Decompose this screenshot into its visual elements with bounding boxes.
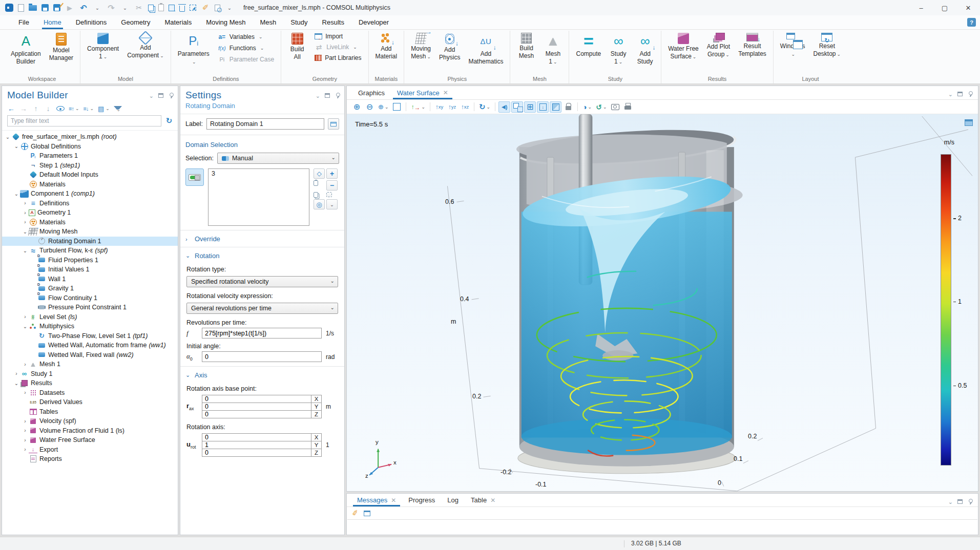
tree-chevron[interactable]: › [22,210,29,216]
mesh-1-button[interactable]: Mesh1⌄ [539,31,566,66]
panel-menu-icon[interactable] [316,92,320,99]
menu-tab[interactable]: Home [36,15,69,29]
zoom-out-button[interactable] [364,101,376,113]
print-button[interactable] [622,101,634,113]
tree-item-wetted-wall-2[interactable]: Wetted Wall, Fixed wall (ww2) [2,350,178,360]
rotational-velocity-expression-dropdown[interactable]: General revolutions per time [186,303,338,314]
water-free-surface-button[interactable]: Water FreeSurface⌄ [664,31,703,61]
rotate-view-button[interactable] [477,101,492,113]
tree-chevron[interactable]: › [22,437,29,443]
tree-item-geometry-1[interactable]: › Geometry 1 [2,208,178,218]
initial-angle-input[interactable] [202,352,321,362]
menu-tab[interactable]: Developer [351,15,396,29]
menu-tab[interactable]: Geometry [114,15,157,29]
plot-data-toggle[interactable] [537,101,549,113]
menu-tab[interactable]: Results [315,15,351,29]
tree-item-initial-values-1[interactable]: Initial Values 1 [2,265,178,274]
model-manager-button[interactable]: ModelManager [45,31,77,62]
comsol-logo-icon[interactable] [5,4,13,12]
tab-table[interactable]: Table✕ [465,494,502,506]
float-panel-icon[interactable] [957,499,963,504]
plot-window-icon[interactable] [965,119,973,126]
toolbar-overflow-button[interactable] [225,3,234,12]
create-selection-button[interactable] [314,168,325,179]
rotation-section-header[interactable]: ⌄Rotation [180,247,344,262]
cut-button[interactable] [134,3,143,12]
show-button[interactable] [56,106,65,111]
field-input[interactable] [202,441,311,449]
scene-lock-button[interactable] [562,101,574,113]
go-back-button[interactable] [7,104,15,113]
field-input[interactable] [202,411,311,418]
menu-tab[interactable]: File [11,15,36,29]
parameters-button[interactable]: Parameters⌄ [174,31,214,66]
field-input[interactable] [202,403,311,410]
save-as-button[interactable] [53,4,60,11]
tree-item-mesh-1[interactable]: › Mesh 1 [2,359,178,369]
axis-section-header[interactable]: ⌄Axis [180,367,344,381]
clip-plane-toggle[interactable] [550,101,561,113]
tree-item-rotating-domain-1[interactable]: Rotating Domain 1 [2,237,178,246]
tree-item-definitions[interactable]: › Definitions [2,199,178,208]
functions-button[interactable]: Functions⌄ [215,44,277,53]
menu-tab[interactable]: Materials [157,15,199,29]
selection-list-item[interactable]: 3 [212,170,306,179]
tree-chevron[interactable]: ⌄ [13,143,20,149]
tree-chevron[interactable]: ⌄ [13,380,20,386]
variables-button[interactable]: Variables⌄ [215,32,277,41]
field-input[interactable] [202,395,311,403]
selection-dropdown[interactable]: Manual [217,153,339,164]
build-mesh-button[interactable]: BuildMesh [513,31,539,60]
undo-menu-button[interactable] [93,3,102,12]
tab-water-surface[interactable]: Water Surface✕ [391,86,454,99]
tree-chevron[interactable]: › [22,428,29,433]
float-panel-icon[interactable] [325,93,330,98]
close-tab-icon[interactable]: ✕ [443,89,448,96]
tree-chevron[interactable]: › [22,200,29,206]
clear-selection-button[interactable] [326,192,332,197]
rotation-type-dropdown[interactable]: Specified rotational velocity [186,276,338,287]
menu-tab[interactable]: Mesh [253,15,283,29]
application-builder-button[interactable]: ApplicationBuilder [7,31,45,66]
menu-tab[interactable]: Definitions [69,15,114,29]
tree-chevron[interactable]: › [13,371,20,376]
go-forward-button[interactable] [19,104,28,113]
scene-refresh-button[interactable] [594,101,608,113]
tree-item-root[interactable]: ⌄ free_surface_mixer_ls.mph (root) [2,132,178,142]
refresh-icon[interactable] [165,117,173,125]
tree-item-tables[interactable]: Tables [2,407,178,417]
rename-button[interactable] [328,118,339,130]
tree-chevron[interactable]: ⌄ [4,134,11,140]
component-1-button[interactable]: Component1⌄ [83,31,123,61]
tree-chevron[interactable]: ⌄ [13,191,20,197]
duplicate-button[interactable] [169,5,175,11]
import-button[interactable]: Import [311,32,364,40]
view-xy-button[interactable] [433,101,445,113]
tree-chevron[interactable]: › [22,362,29,367]
close-tab-icon[interactable]: ✕ [490,497,495,504]
paste-selection-button[interactable] [314,180,318,186]
tree-item-multiphysics[interactable]: ⌄ Multiphysics [2,322,178,331]
tree-chevron[interactable]: ⌄ [22,248,29,253]
tree-item-step-1[interactable]: Step 1 (step1) [2,161,178,171]
graphics-canvas[interactable]: Time=5.5 s m/s 210.5 0.60.4m0.2-0.2-0.10… [347,114,978,491]
tree-item-fluid-properties-1[interactable]: Fluid Properties 1 [2,256,178,265]
tree-item-derived-values[interactable]: Derived Values [2,397,178,407]
float-panel-icon[interactable] [158,93,163,98]
label-input[interactable] [206,118,324,130]
help-button[interactable]: ? [967,18,976,27]
redo-menu-button[interactable] [120,3,130,12]
selection-list[interactable]: 3 [208,168,309,226]
tree-filter-input[interactable] [7,115,161,126]
panel-menu-icon[interactable] [948,498,953,505]
tree-item-velocity[interactable]: › Velocity (spf) [2,416,178,426]
redo-button[interactable] [107,3,116,12]
tree-item-materials[interactable]: › Materials [2,218,178,227]
menu-tab[interactable]: Moving Mesh [199,15,253,29]
tree-item-two-phase-flow[interactable]: Two-Phase Flow, Level Set 1 (tpf1) [2,331,178,341]
undo-button[interactable] [79,3,88,12]
panel-menu-icon[interactable] [149,92,154,99]
tree-item-default-model-inputs[interactable]: Default Model Inputs [2,170,178,180]
tree-item-pressure-point-constraint-1[interactable]: Pressure Point Constraint 1 [2,303,178,312]
panel-menu-icon[interactable] [948,90,953,98]
